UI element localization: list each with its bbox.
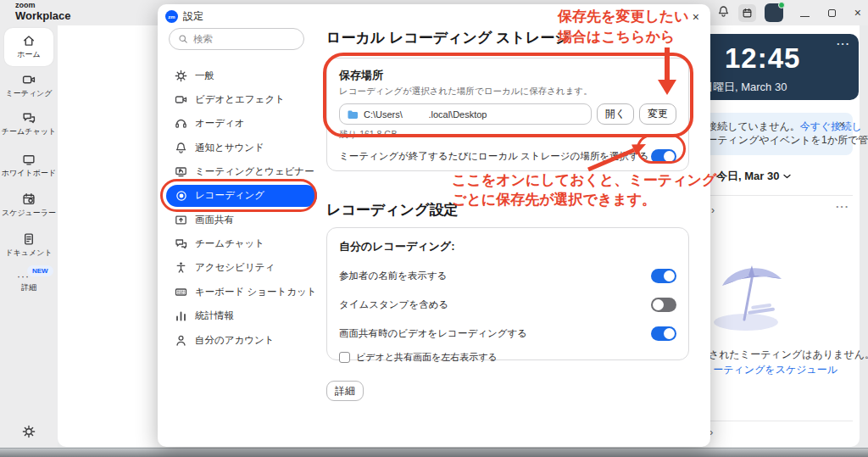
sidebar-settings-gear-icon[interactable] (22, 425, 36, 438)
annotation-toggle-note: ここをオンにしておくと、ミーティング ごとに保存先が選択できます。 (452, 170, 716, 209)
settings-search-input[interactable]: 検索 (169, 28, 304, 50)
headphones-icon (175, 117, 187, 130)
divider (710, 195, 853, 196)
settings-nav-accessibility[interactable]: アクセシビリティ (166, 256, 317, 280)
settings-nav-audio[interactable]: オーディオ (166, 112, 317, 136)
new-badge: NEW (27, 265, 53, 276)
share-screen-icon (175, 214, 187, 226)
monitor-icon (175, 165, 187, 178)
clock-date: 日曜日, March 30 (702, 80, 787, 95)
sidebar-item-more[interactable]: 詳細 (0, 282, 58, 293)
side-by-side-checkbox-label: ビデオと共有画面を左右表示する (356, 351, 498, 364)
notifications-bell-icon[interactable] (717, 5, 730, 21)
my-recording-card: 自分のレコーディング: 参加者の名前を表示する タイムスタンプを含める 画面共有… (326, 227, 689, 360)
search-placeholder: 検索 (193, 33, 213, 46)
bell-icon (175, 142, 187, 154)
no-meetings-text: 予定されたミーティングはありません。 (688, 348, 868, 362)
show-names-toggle-label: 参加者の名前を表示する (339, 270, 651, 282)
sidebar-item-whiteboard[interactable]: ホワイトボード (0, 153, 58, 179)
annotation-circle-toggle (637, 134, 686, 164)
window-close-button[interactable]: × (854, 7, 861, 19)
account-icon (175, 334, 187, 347)
annotation-change-location: 保存先を変更したい 場合はこちらから (558, 7, 689, 47)
settings-nav-notifications[interactable]: 通知とサウンド (166, 136, 317, 159)
my-recording-title: 自分のレコーディング: (339, 239, 676, 254)
video-camera-icon (22, 73, 36, 86)
user-avatar[interactable] (765, 3, 783, 22)
scheduler-calendar-icon (22, 192, 36, 206)
chat-bubbles-icon (22, 111, 36, 125)
restore-button[interactable] (828, 5, 836, 20)
chevron-down-icon (783, 174, 791, 179)
dialog-close-icon[interactable]: × (693, 10, 699, 24)
connect-now-link[interactable]: 今すぐ接続し (800, 120, 862, 132)
clock-time: 12:45 (725, 42, 800, 75)
beach-umbrella-illustration (704, 250, 801, 339)
settings-nav-general[interactable]: 一般 (166, 64, 317, 87)
recording-settings-heading: レコーディング設定 (326, 200, 458, 220)
dialog-titlebar: zm 設定 (165, 9, 203, 24)
stats-icon (175, 309, 187, 322)
video-icon (175, 93, 187, 106)
side-by-side-checkbox[interactable] (339, 352, 350, 363)
whiteboard-icon (22, 153, 36, 166)
show-names-toggle[interactable] (651, 269, 676, 283)
meeting-row-more-icon[interactable]: ··· (836, 200, 849, 213)
clock-menu-icon[interactable]: ··· (837, 37, 850, 50)
settings-nav-video[interactable]: ビデオとエフェクト (166, 87, 317, 111)
sidebar-item-meetings[interactable]: ミーティング (0, 73, 58, 99)
choose-location-toggle-label: ミーティングが終了するたびにローカル ストレージの場所を選択する (339, 150, 651, 163)
settings-nav-keyboard-shortcuts[interactable]: キーボード ショートカット (166, 280, 317, 304)
annotation-circle-storage (323, 53, 693, 137)
document-icon (22, 232, 36, 246)
settings-nav-team-chat[interactable]: チームチャット (166, 231, 317, 255)
app-sidebar: ホーム ミーティング チームチャット ホワイトボード スケジューラー ドキュメン… (0, 25, 58, 448)
online-status-dot (778, 2, 785, 8)
settings-nav-my-account[interactable]: 自分のアカウント (166, 328, 317, 352)
advanced-button[interactable]: 詳細 (326, 381, 364, 401)
divider (710, 421, 853, 421)
sidebar-item-scheduler[interactable]: スケジューラー (0, 192, 58, 219)
timestamp-toggle-label: タイムスタンプを含める (339, 298, 651, 311)
calendar-tray-icon[interactable] (738, 4, 756, 22)
home-icon (22, 34, 36, 47)
annotation-circle-recording-nav (160, 179, 317, 212)
banner-close-icon[interactable]: × (838, 118, 845, 131)
timestamp-toggle[interactable] (651, 298, 676, 312)
minimize-button[interactable] (800, 5, 810, 20)
sidebar-item-team-chat[interactable]: チームチャット (0, 111, 58, 137)
accessibility-icon (175, 261, 187, 274)
page-title: ローカル レコーディング ストレージ (326, 28, 570, 47)
gear-icon (175, 70, 187, 82)
search-icon (178, 34, 188, 44)
record-video-during-share-toggle-label: 画面共有時のビデオをレコーディングする (339, 327, 651, 340)
schedule-meeting-link[interactable]: ミーティングをスケジュール (703, 363, 837, 377)
window-bottom-edge (0, 448, 868, 457)
sidebar-item-docs[interactable]: ドキュメント (0, 232, 58, 259)
zoom-app-icon: zm (165, 10, 178, 23)
settings-nav-statistics[interactable]: 統計情報 (166, 304, 317, 328)
sidebar-item-home[interactable]: ホーム (4, 28, 53, 66)
today-header[interactable]: 今日, Mar 30 (716, 169, 791, 184)
keyboard-icon (175, 286, 187, 298)
dialog-title: 設定 (183, 9, 203, 24)
chat-icon (175, 237, 187, 250)
record-video-during-share-toggle[interactable] (651, 326, 676, 341)
zoom-workplace-logo: zoom Workplace (15, 2, 71, 21)
